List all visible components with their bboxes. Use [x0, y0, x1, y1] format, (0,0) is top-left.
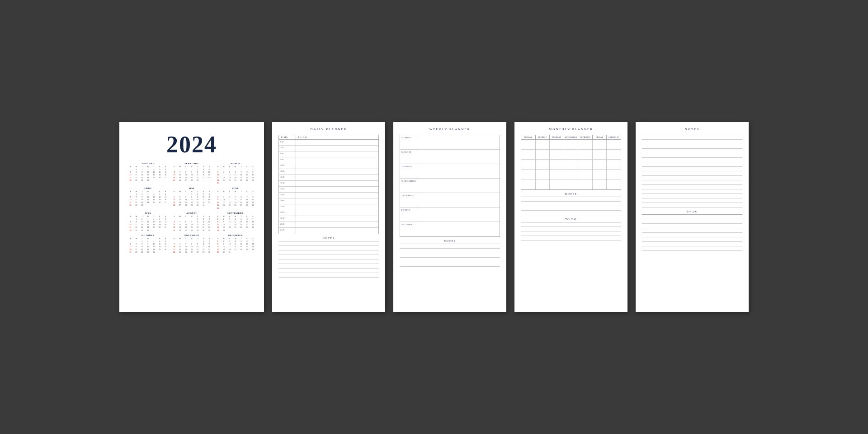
day-cell: 25	[177, 251, 183, 254]
todo-cell	[296, 157, 378, 163]
monthly-day-header: TUESDAY	[550, 135, 564, 139]
day-cell: 31	[200, 204, 206, 207]
month-table: SMTWTFS123456789101112131415161718192021…	[171, 237, 212, 254]
monthly-cell	[607, 170, 621, 179]
day-cell: 31	[145, 229, 151, 231]
day-cell	[157, 229, 163, 231]
weekly-day-content	[417, 208, 500, 222]
weekly-day-label: THURSDAY	[400, 193, 417, 207]
monthly-cell	[564, 179, 579, 189]
weekly-day-content	[417, 222, 500, 236]
month-table: SMTWTFS123456789101112131415161718192021…	[127, 190, 169, 207]
daily-time-row: 19:00	[279, 216, 378, 222]
day-cell: 29	[215, 229, 221, 231]
monthly-cell	[536, 140, 550, 149]
day-cell	[221, 182, 226, 184]
day-cell	[157, 204, 163, 207]
note-line	[642, 194, 742, 198]
monthly-cell	[536, 150, 550, 159]
day-cell: 31	[215, 182, 221, 184]
day-cell	[232, 182, 238, 184]
day-cell	[244, 207, 250, 209]
monthly-row	[521, 160, 621, 170]
note-line	[642, 162, 742, 167]
note-line	[278, 250, 379, 255]
todo-column-header: TO DO	[296, 135, 378, 139]
note-line	[642, 144, 742, 149]
note-line	[521, 236, 621, 241]
time-cell: 21:00	[279, 228, 296, 234]
note-line	[642, 203, 742, 208]
todo-cell	[296, 175, 378, 180]
time-cell: 17:00	[279, 204, 296, 210]
note-line	[400, 258, 500, 262]
monthly-cell	[578, 160, 593, 169]
time-cell: 9:00	[279, 157, 296, 163]
weekly-day-content	[417, 164, 500, 178]
todo-cell	[296, 198, 378, 204]
day-cell: 29	[189, 204, 195, 207]
month-name: JUNE	[215, 187, 256, 189]
month-table: SMTWTFS123456789101112131415161718192021…	[127, 165, 169, 182]
todo-cell	[296, 210, 378, 216]
day-cell: 30	[194, 204, 200, 207]
monthly-cell	[607, 179, 621, 189]
note-line	[278, 246, 379, 250]
day-cell	[232, 207, 238, 209]
daily-time-row: 16:00	[279, 198, 378, 204]
day-cell	[151, 179, 157, 182]
monthly-cell	[550, 160, 564, 169]
month-name: NOVEMBER	[171, 234, 212, 236]
month-table: SMTWTFS123456789101112131415161718192021…	[215, 190, 256, 209]
month-block: DECEMBERSMTWTFS1234567891011121314151617…	[215, 234, 256, 254]
note-line	[642, 153, 742, 158]
day-cell	[151, 229, 157, 231]
day-cell	[151, 204, 157, 207]
day-cell	[250, 207, 256, 209]
day-cell: 31	[145, 179, 151, 182]
monthly-cell	[607, 160, 621, 169]
monthly-day-header: MONDAY	[536, 135, 550, 139]
day-cell	[232, 251, 238, 254]
month-block: MAYSMTWTFS123456789101112131415161718192…	[171, 187, 212, 209]
monthly-cell	[564, 170, 579, 179]
month-table: SMTWTFS123456789101112131415161718192021…	[171, 215, 212, 231]
month-name: OCTOBER	[127, 234, 169, 236]
day-cell	[250, 251, 256, 254]
pages-container: 2024 JANUARYSMTWTFS123456789101112131415…	[119, 122, 749, 312]
calendar-grid: JANUARYSMTWTFS12345678910111213141516171…	[127, 162, 256, 254]
note-line	[642, 228, 742, 233]
monthly-cell	[564, 150, 579, 159]
note-line	[642, 215, 742, 219]
monthly-cell	[536, 160, 550, 169]
day-cell	[238, 182, 244, 184]
day-cell: 30	[221, 229, 226, 231]
month-block: MARCHSMTWTFS1234567891011121314151617181…	[215, 162, 256, 184]
month-block: JANUARYSMTWTFS12345678910111213141516171…	[127, 162, 169, 184]
monthly-day-header: FRIDAY	[593, 135, 607, 139]
weekly-day-content	[417, 193, 500, 207]
weekly-day-row: WEDNESDAY	[400, 179, 500, 193]
calendar-year: 2024	[127, 131, 256, 158]
note-line	[278, 241, 379, 246]
note-line	[278, 255, 379, 259]
time-column-header: TIME	[279, 135, 296, 139]
day-cell: 25	[171, 179, 177, 182]
weekly-day-row: MONDAY	[400, 150, 500, 164]
month-block: NOVEMBERSMTWTFS1234567891011121314151617…	[171, 234, 212, 254]
weekly-day-row: THURSDAY	[400, 193, 500, 208]
day-cell	[250, 182, 256, 184]
monthly-cell	[521, 160, 536, 169]
day-cell	[238, 229, 244, 231]
day-cell: 25	[171, 229, 177, 231]
note-line	[642, 219, 742, 224]
monthly-cell	[593, 170, 607, 179]
note-line	[642, 189, 742, 194]
day-cell: 29	[194, 229, 200, 231]
monthly-cell	[521, 179, 536, 189]
weekly-notes-label: NOTES	[400, 240, 500, 242]
day-cell: 27	[189, 251, 195, 254]
day-cell	[221, 207, 226, 209]
note-line	[400, 244, 500, 249]
todo-cell	[296, 193, 378, 198]
